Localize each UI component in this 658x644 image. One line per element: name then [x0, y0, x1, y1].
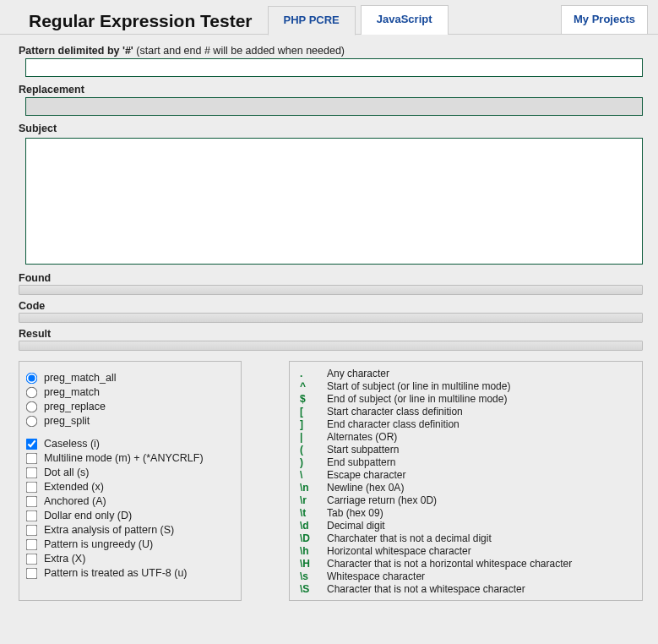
func-radio-preg-match-all[interactable]: preg_match_all [26, 370, 234, 385]
reference-row: \hHorizontal whitespace character [296, 544, 635, 557]
code-label: Code [19, 295, 643, 312]
tab-php-pcre[interactable]: PHP PCRE [268, 6, 356, 35]
reference-description: End of subject (or line in multiline mod… [327, 393, 507, 405]
reference-symbol: . [296, 368, 327, 379]
flag-checkbox-input[interactable] [26, 439, 38, 450]
flag-checkbox[interactable]: Dot all (s) [26, 465, 234, 479]
reference-row: \sWhitespace character [296, 570, 635, 582]
flag-checkbox[interactable]: Anchored (A) [26, 494, 234, 508]
func-radio-label: preg_match [44, 386, 100, 398]
reference-symbol: ] [296, 418, 327, 430]
result-label: Result [19, 323, 643, 340]
reference-symbol: \t [296, 507, 327, 519]
flag-checkbox[interactable]: Pattern is ungreedy (U) [26, 537, 234, 551]
reference-description: Whitespace character [327, 570, 425, 582]
reference-row: \dDecimal digit [296, 519, 635, 532]
reference-symbol: ( [296, 444, 327, 456]
reference-description: Any character [327, 368, 389, 379]
reference-row: .Any character [296, 367, 635, 379]
reference-description: Escape character [327, 469, 405, 481]
flag-checkbox-input[interactable] [26, 568, 38, 580]
flag-checkbox-label: Pattern is treated as UTF-8 (u) [44, 567, 188, 579]
flag-checkbox[interactable]: Extra (X) [26, 551, 234, 565]
reference-symbol: \H [296, 558, 327, 570]
result-bar [19, 341, 643, 351]
reference-description: End character class definition [327, 418, 460, 430]
flag-checkbox-label: Multiline mode (m) + (*ANYCRLF) [44, 452, 204, 464]
reference-symbol: $ [296, 393, 327, 405]
reference-panel: .Any character^Start of subject (or line… [289, 361, 643, 601]
reference-symbol: \d [296, 520, 327, 532]
reference-description: Charchater that is not a decimal digit [327, 532, 492, 544]
found-label: Found [19, 267, 643, 284]
flag-checkbox-input[interactable] [26, 525, 38, 537]
page-title: Regular Expression Tester [0, 11, 253, 35]
flag-checkbox-label: Extended (x) [44, 481, 104, 493]
reference-row: )End subpattern [296, 456, 635, 468]
subject-label: Subject [19, 116, 643, 136]
flag-checkbox-label: Extra analysis of pattern (S) [44, 524, 174, 536]
reference-row: \DCharchater that is not a decimal digit [296, 532, 635, 544]
flag-checkbox-input[interactable] [26, 539, 38, 551]
reference-row: ]End character class definition [296, 418, 635, 430]
flag-checkbox[interactable]: Dollar end only (D) [26, 508, 234, 522]
pattern-label: Pattern delimited by '#' (start and end … [19, 38, 643, 58]
func-radio-label: preg_split [44, 415, 90, 427]
func-radio-input[interactable] [26, 373, 38, 385]
func-radio-preg-split[interactable]: preg_split [26, 413, 234, 428]
replacement-input[interactable] [25, 97, 643, 116]
flag-checkbox-label: Dot all (s) [44, 467, 89, 478]
flag-checkbox-label: Extra (X) [44, 553, 85, 565]
found-bar [19, 285, 643, 295]
reference-description: End subpattern [327, 456, 395, 468]
flag-checkbox-input[interactable] [26, 482, 38, 494]
func-radio-preg-replace[interactable]: preg_replace [26, 399, 234, 413]
reference-symbol: \s [296, 570, 327, 582]
my-projects-button[interactable]: My Projects [561, 5, 648, 35]
flag-checkbox[interactable]: Caseless (i) [26, 436, 234, 450]
reference-row: ^Start of subject (or line in multiline … [296, 379, 635, 392]
flag-checkbox-input[interactable] [26, 496, 38, 508]
flag-checkbox-input[interactable] [26, 467, 38, 479]
reference-description: Start character class definition [327, 406, 463, 418]
reference-row: \rCarriage return (hex 0D) [296, 494, 635, 506]
reference-description: Decimal digit [327, 520, 385, 532]
flag-checkbox[interactable]: Pattern is treated as UTF-8 (u) [26, 565, 234, 580]
reference-row: \tTab (hex 09) [296, 506, 635, 519]
func-radio-input[interactable] [26, 387, 38, 399]
options-panel: preg_match_allpreg_matchpreg_replacepreg… [19, 361, 242, 601]
flag-checkbox[interactable]: Multiline mode (m) + (*ANYCRLF) [26, 450, 234, 465]
tab-javascript[interactable]: JavaScript [361, 5, 449, 35]
flag-checkbox-input[interactable] [26, 554, 38, 565]
func-radio-input[interactable] [26, 401, 38, 413]
func-radio-label: preg_replace [44, 401, 106, 412]
flag-checkbox-label: Pattern is ungreedy (U) [44, 538, 153, 550]
subject-input[interactable] [25, 138, 643, 265]
func-radio-preg-match[interactable]: preg_match [26, 385, 234, 399]
func-radio-input[interactable] [26, 416, 38, 428]
reference-symbol: \ [296, 469, 327, 481]
flag-checkbox-input[interactable] [26, 510, 38, 522]
reference-symbol: | [296, 431, 327, 443]
flag-checkbox-label: Caseless (i) [44, 438, 100, 450]
reference-description: Start of subject (or line in multiline m… [327, 380, 510, 392]
reference-description: Carriage return (hex 0D) [327, 494, 437, 506]
pattern-input[interactable] [25, 58, 643, 77]
flag-checkbox[interactable]: Extra analysis of pattern (S) [26, 522, 234, 537]
tabs: PHP PCRE JavaScript [268, 5, 454, 35]
reference-description: Newline (hex 0A) [327, 482, 404, 494]
reference-row: |Alternates (OR) [296, 430, 635, 443]
reference-row: [Start character class definition [296, 405, 635, 418]
flag-checkbox-input[interactable] [26, 453, 38, 465]
flag-checkbox[interactable]: Extended (x) [26, 479, 234, 494]
reference-description: Tab (hex 09) [327, 507, 383, 519]
reference-row: \Escape character [296, 468, 635, 481]
reference-row: (Start subpattern [296, 443, 635, 456]
reference-description: Alternates (OR) [327, 431, 397, 443]
func-radio-label: preg_match_all [44, 372, 116, 384]
reference-symbol: \D [296, 532, 327, 544]
reference-description: Character that is not a whitespace chara… [327, 583, 525, 595]
reference-description: Horizontal whitespace character [327, 545, 471, 557]
reference-symbol: \r [296, 494, 327, 506]
flag-checkbox-label: Dollar end only (D) [44, 510, 132, 521]
